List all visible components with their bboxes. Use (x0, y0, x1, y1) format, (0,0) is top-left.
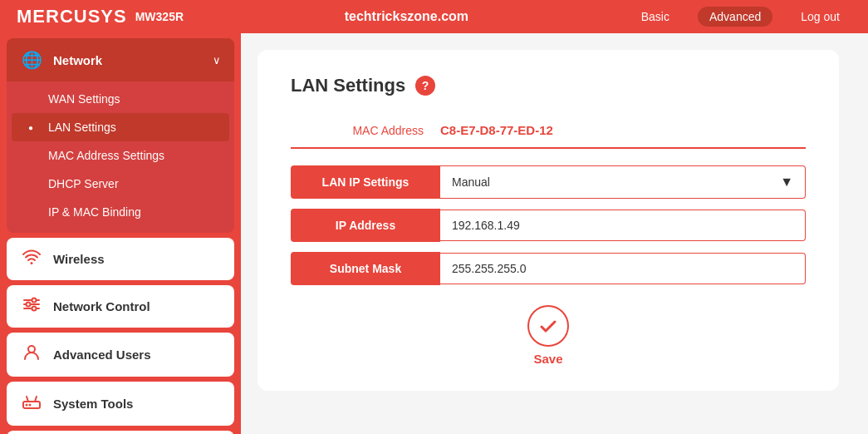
layout: 🌐 Network ∨ WAN Settings LAN Settings MA… (0, 33, 868, 434)
page-title-row: LAN Settings ? (291, 75, 806, 96)
sidebar-item-mac-address-settings[interactable]: MAC Address Settings (7, 141, 234, 170)
lan-ip-settings-row: LAN IP Settings Manual ▼ (291, 165, 806, 199)
sidebar-item-dhcp-server[interactable]: DHCP Server (7, 170, 234, 198)
main-content: LAN Settings ? MAC Address C8-E7-D8-77-E… (241, 33, 868, 434)
sidebar-item-advanced-users[interactable]: Advanced Users (7, 333, 234, 377)
save-button[interactable] (527, 305, 569, 347)
sliders-icon (20, 297, 43, 316)
network-label: Network (53, 53, 102, 67)
svg-point-2 (32, 298, 37, 303)
page-title: LAN Settings (291, 75, 405, 96)
subnet-mask-label: Subnet Mask (291, 252, 440, 285)
svg-point-9 (26, 404, 28, 407)
content-card: LAN Settings ? MAC Address C8-E7-D8-77-E… (257, 50, 839, 391)
router-icon (20, 393, 43, 414)
subnet-mask-row: Subnet Mask (291, 252, 806, 285)
lan-ip-label: LAN IP Settings (291, 165, 440, 199)
mac-label: MAC Address (291, 124, 440, 137)
site-url: techtrickszone.com (345, 9, 468, 24)
svg-point-10 (29, 404, 32, 407)
network-submenu: WAN Settings LAN Settings MAC Address Se… (7, 81, 234, 233)
network-control-label: Network Control (53, 299, 150, 313)
system-tools-label: System Tools (53, 397, 133, 411)
wireless-label: Wireless (53, 252, 105, 266)
ip-address-row: IP Address (291, 209, 806, 242)
sidebar-item-lan-settings[interactable]: LAN Settings (12, 113, 229, 141)
sidebar-item-ip-mac-binding[interactable]: IP & MAC Binding (7, 198, 234, 226)
sidebar-item-quick-setup[interactable]: Quick Setup (7, 431, 234, 434)
logout-button[interactable]: Log out (789, 7, 851, 27)
sidebar-item-wan-settings[interactable]: WAN Settings (7, 85, 234, 113)
header: MERCUSYS MW325R techtrickszone.com Basic… (0, 0, 868, 33)
svg-point-7 (28, 346, 35, 353)
sidebar: 🌐 Network ∨ WAN Settings LAN Settings MA… (0, 33, 241, 434)
help-icon[interactable]: ? (415, 76, 435, 96)
user-icon (20, 344, 43, 365)
lan-ip-text: Manual (452, 175, 490, 189)
svg-point-0 (31, 262, 33, 264)
advanced-users-label: Advanced Users (53, 348, 151, 362)
model: MW325R (135, 10, 184, 23)
subnet-mask-value (440, 253, 806, 284)
header-nav: Basic Advanced Log out (630, 7, 851, 27)
save-label[interactable]: Save (533, 352, 562, 366)
mac-value: C8-E7-D8-77-ED-12 (440, 123, 553, 137)
save-area: Save (291, 305, 806, 366)
advanced-nav-button[interactable]: Advanced (698, 7, 772, 27)
mac-address-row: MAC Address C8-E7-D8-77-ED-12 (291, 113, 806, 149)
subnet-mask-input[interactable] (452, 262, 793, 275)
logo: MERCUSYS (17, 6, 127, 27)
ip-address-value (440, 210, 806, 241)
sidebar-item-wireless[interactable]: Wireless (7, 238, 234, 280)
lan-ip-dropdown-icon[interactable]: ▼ (780, 175, 793, 190)
network-chevron-icon: ∨ (213, 54, 221, 67)
ip-address-input[interactable] (452, 219, 793, 232)
network-icon: 🌐 (20, 50, 43, 70)
svg-point-4 (27, 303, 31, 307)
wifi-icon (20, 249, 43, 269)
header-left: MERCUSYS MW325R (17, 6, 184, 27)
network-section: 🌐 Network ∨ WAN Settings LAN Settings MA… (0, 38, 241, 233)
lan-ip-value[interactable]: Manual ▼ (440, 165, 806, 199)
network-header[interactable]: 🌐 Network ∨ (7, 38, 234, 81)
basic-nav-button[interactable]: Basic (630, 7, 681, 27)
svg-point-6 (32, 307, 37, 311)
ip-address-label: IP Address (291, 209, 440, 242)
sidebar-item-system-tools[interactable]: System Tools (7, 382, 234, 426)
sidebar-item-network-control[interactable]: Network Control (7, 285, 234, 328)
